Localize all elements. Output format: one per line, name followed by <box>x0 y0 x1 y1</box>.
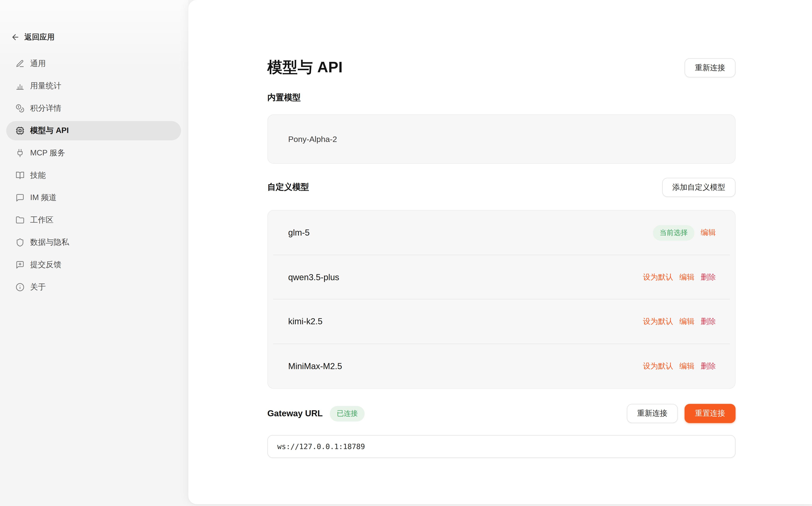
shield-icon <box>16 238 24 247</box>
coins-icon <box>16 104 24 113</box>
sidebar-item-label: 技能 <box>30 170 46 180</box>
set-default-link[interactable]: 设为默认 <box>643 361 673 371</box>
builtin-models-label: 内置模型 <box>267 92 736 103</box>
plug-icon <box>16 149 24 157</box>
custom-models-header: 自定义模型 添加自定义模型 <box>267 178 736 197</box>
gateway-url-input[interactable] <box>267 435 736 458</box>
model-row: glm-5 当前选择 编辑 <box>268 210 735 255</box>
back-to-app-button[interactable]: 返回应用 <box>11 30 55 44</box>
page-title: 模型与 API <box>267 57 343 78</box>
sidebar-item-general[interactable]: 通用 <box>6 54 181 73</box>
cpu-icon <box>16 126 24 135</box>
sidebar-item-label: IM 频道 <box>30 193 57 203</box>
builtin-model-name: Pony-Alpha-2 <box>288 134 337 144</box>
model-row-actions: 当前选择 编辑 <box>653 225 716 241</box>
model-name: MiniMax-M2.5 <box>288 361 342 371</box>
sidebar-item-label: 关于 <box>30 282 46 292</box>
model-name: glm-5 <box>288 228 310 238</box>
delete-link[interactable]: 删除 <box>701 317 716 327</box>
sidebar: 返回应用 通用 用量统计 积分详情 <box>0 0 188 506</box>
model-row-actions: 设为默认 编辑 删除 <box>643 361 716 371</box>
sidebar-item-models-api[interactable]: 模型与 API <box>6 121 181 141</box>
sidebar-item-label: 提交反馈 <box>30 260 62 270</box>
sidebar-item-credits[interactable]: 积分详情 <box>6 99 181 118</box>
folder-icon <box>16 216 24 225</box>
model-row: kimi-k2.5 设为默认 编辑 删除 <box>268 299 735 344</box>
sidebar-item-label: 工作区 <box>30 215 54 225</box>
sidebar-nav: 通用 用量统计 积分详情 模型与 API <box>0 54 188 297</box>
gateway-buttons: 重新连接 重置连接 <box>627 404 736 423</box>
sidebar-item-label: MCP 服务 <box>30 148 65 158</box>
builtin-models-card: Pony-Alpha-2 <box>267 114 736 164</box>
model-name: kimi-k2.5 <box>288 317 322 327</box>
edit-link[interactable]: 编辑 <box>679 317 694 327</box>
delete-link[interactable]: 删除 <box>701 361 716 371</box>
edit-link[interactable]: 编辑 <box>701 228 716 238</box>
message-square-plus-icon <box>16 260 24 269</box>
sidebar-item-im-channels[interactable]: IM 频道 <box>6 188 181 207</box>
arrow-left-icon <box>11 32 20 41</box>
book-open-icon <box>16 171 24 180</box>
sidebar-item-label: 通用 <box>30 59 46 69</box>
pencil-icon <box>16 59 24 68</box>
sidebar-item-label: 数据与隐私 <box>30 238 69 247</box>
edit-link[interactable]: 编辑 <box>679 272 694 282</box>
message-square-icon <box>16 193 24 202</box>
sidebar-item-mcp[interactable]: MCP 服务 <box>6 144 181 163</box>
reconnect-button[interactable]: 重新连接 <box>627 404 678 423</box>
reconnect-button-top[interactable]: 重新连接 <box>684 58 736 77</box>
sidebar-item-label: 积分详情 <box>30 103 62 113</box>
bar-chart-icon <box>16 82 24 90</box>
sidebar-item-data-privacy[interactable]: 数据与隐私 <box>6 233 181 252</box>
sidebar-item-usage-stats[interactable]: 用量统计 <box>6 76 181 96</box>
model-row: qwen3.5-plus 设为默认 编辑 删除 <box>268 255 735 299</box>
sidebar-item-about[interactable]: 关于 <box>6 277 181 297</box>
add-custom-model-button[interactable]: 添加自定义模型 <box>662 178 736 197</box>
model-row-actions: 设为默认 编辑 删除 <box>643 272 716 282</box>
connected-status-badge: 已连接 <box>330 406 365 421</box>
custom-models-label: 自定义模型 <box>267 182 309 193</box>
page-header: 模型与 API 重新连接 <box>267 57 736 78</box>
model-name: qwen3.5-plus <box>288 272 339 282</box>
reset-connection-button[interactable]: 重置连接 <box>684 404 736 423</box>
set-default-link[interactable]: 设为默认 <box>643 317 673 327</box>
sidebar-item-feedback[interactable]: 提交反馈 <box>6 255 181 274</box>
set-default-link[interactable]: 设为默认 <box>643 272 673 282</box>
sidebar-item-workspace[interactable]: 工作区 <box>6 210 181 230</box>
sidebar-item-label: 用量统计 <box>30 81 62 91</box>
edit-link[interactable]: 编辑 <box>679 361 694 371</box>
sidebar-item-skills[interactable]: 技能 <box>6 166 181 185</box>
settings-window: 返回应用 通用 用量统计 积分详情 <box>0 0 812 506</box>
model-row: MiniMax-M2.5 设为默认 编辑 删除 <box>268 344 735 388</box>
model-row-actions: 设为默认 编辑 删除 <box>643 317 716 327</box>
custom-models-list: glm-5 当前选择 编辑 qwen3.5-plus 设为默认 编辑 删除 <box>267 210 736 389</box>
gateway-row: Gateway URL 已连接 重新连接 重置连接 <box>267 404 736 423</box>
current-selection-badge: 当前选择 <box>653 225 694 241</box>
info-icon <box>16 283 24 291</box>
main-panel: 模型与 API 重新连接 内置模型 Pony-Alpha-2 自定义模型 添加自… <box>188 0 812 504</box>
gateway-url-label: Gateway URL <box>267 409 323 418</box>
delete-link[interactable]: 删除 <box>701 272 716 282</box>
back-to-app-label: 返回应用 <box>24 32 55 42</box>
sidebar-item-label: 模型与 API <box>30 126 69 136</box>
main-content: 模型与 API 重新连接 内置模型 Pony-Alpha-2 自定义模型 添加自… <box>267 0 736 458</box>
